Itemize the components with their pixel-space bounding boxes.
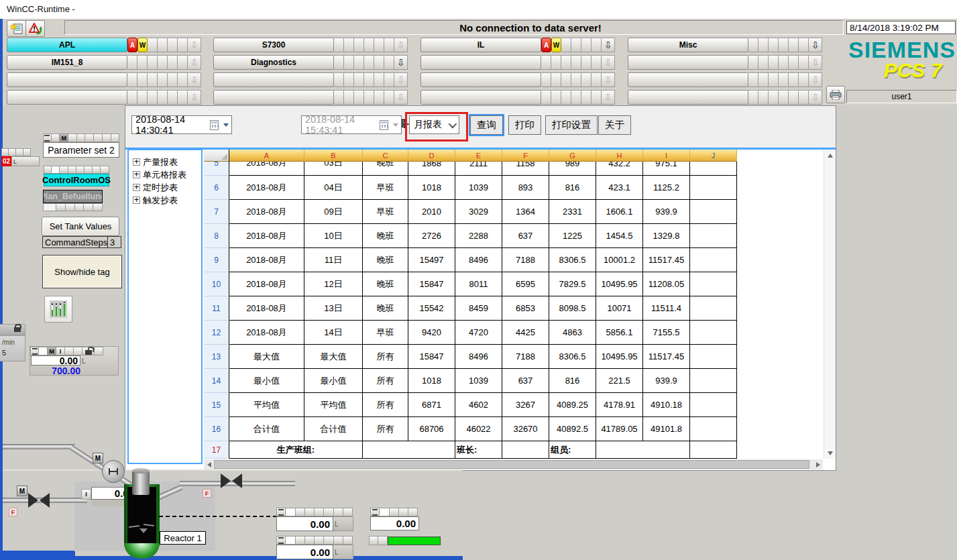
page-down-arrow-icon[interactable]: ⇩ [809, 55, 822, 70]
show-hide-tag-button[interactable]: Show/hide tag [42, 255, 122, 288]
table-cell[interactable]: 1018 [408, 369, 455, 393]
table-footer-cell[interactable]: 班长: [455, 441, 502, 459]
faceplate-cell[interactable] [380, 508, 389, 516]
table-cell[interactable]: 1606.1 [596, 200, 643, 224]
table-cell[interactable]: 3029 [455, 200, 502, 224]
flow-faceplate-partial[interactable]: /min 5 [0, 324, 25, 361]
table-cell[interactable]: 6871 [408, 393, 455, 417]
expand-plus-icon[interactable] [133, 197, 140, 204]
nav-button-empty[interactable] [213, 90, 334, 105]
faceplate-cell[interactable] [315, 536, 324, 545]
plan-befuellung-display[interactable]: Plan_Befuellung [43, 190, 103, 203]
faceplate-cell[interactable] [399, 508, 408, 516]
table-cell[interactable]: 4178.91 [596, 393, 643, 417]
row-number[interactable]: 11 [204, 296, 229, 321]
table-cell[interactable]: 1454.5 [596, 224, 643, 248]
nav-button-misc[interactable]: Misc [628, 38, 748, 52]
table-cell[interactable]: 14日 [304, 321, 363, 345]
table-cell[interactable]: 2010 [408, 200, 455, 224]
faceplate-cell[interactable] [378, 536, 388, 545]
faceplate-cell[interactable] [39, 347, 48, 355]
tag-cell[interactable] [9, 148, 16, 156]
table-cell[interactable]: 2018-08月 [229, 272, 304, 296]
table-footer-cell[interactable] [502, 441, 549, 459]
table-cell[interactable]: 2726 [408, 224, 455, 248]
table-cell[interactable]: 6853 [502, 296, 549, 321]
table-cell[interactable]: 1125.2 [643, 176, 690, 200]
faceplate-cell[interactable] [43, 203, 56, 211]
column-header-e[interactable]: E [455, 150, 502, 162]
page-down-arrow-icon[interactable]: ⇩ [809, 72, 822, 87]
faceplate-cell[interactable] [334, 536, 343, 545]
table-cell[interactable]: 8459 [455, 296, 502, 321]
row-number[interactable]: 13 [204, 345, 229, 369]
table-cell[interactable]: 所有 [363, 369, 408, 393]
table-cell[interactable]: 15542 [408, 296, 455, 321]
print-button[interactable]: 打印 [508, 115, 541, 135]
table-cell[interactable]: 8011 [455, 272, 502, 296]
table-cell[interactable]: 晚班 [363, 224, 408, 248]
table-cell[interactable] [690, 200, 737, 224]
row-number[interactable]: 6 [204, 176, 229, 200]
table-cell[interactable]: 最大值 [304, 345, 363, 369]
horizontal-scrollbar[interactable] [204, 459, 823, 469]
table-footer-cell[interactable] [363, 441, 455, 459]
faceplate-cell[interactable] [286, 508, 295, 516]
table-cell[interactable]: 平均值 [229, 393, 304, 417]
table-cell[interactable]: 晚班 [363, 248, 408, 272]
column-header-i[interactable]: I [643, 150, 690, 162]
faceplate-menu-cell[interactable] [370, 508, 380, 516]
faceplate-cell[interactable] [52, 166, 60, 174]
table-cell[interactable]: 15847 [408, 272, 455, 296]
faceplate-cell[interactable] [76, 166, 85, 174]
table-cell[interactable]: 2111 [455, 162, 502, 176]
table-cell[interactable]: 8496 [455, 345, 502, 369]
faceplate-cell[interactable] [74, 347, 82, 355]
about-button[interactable]: 关于 [598, 115, 631, 135]
page-down-arrow-icon[interactable]: ⇩ [394, 38, 408, 52]
alarm-badge-a[interactable]: A [541, 38, 551, 52]
table-cell[interactable]: 所有 [363, 393, 408, 417]
faceplate-cell[interactable] [84, 203, 93, 211]
faceplate-cell[interactable] [305, 536, 315, 545]
table-cell[interactable]: 816 [549, 369, 596, 393]
table-cell[interactable]: 46022 [455, 417, 502, 441]
faceplate-cell[interactable] [75, 203, 85, 211]
table-cell[interactable]: 2018-08月 [229, 248, 304, 272]
table-cell[interactable]: 2018-08月 [229, 162, 304, 176]
page-down-arrow-icon[interactable]: ⇩ [602, 72, 615, 87]
table-cell[interactable]: 平均值 [304, 393, 363, 417]
faceplate-cell[interactable] [334, 508, 343, 516]
set-tank-values-button[interactable]: Set Tank Values [42, 217, 119, 236]
faceplate-cell[interactable] [95, 347, 103, 355]
query-button[interactable]: 查询 [470, 115, 503, 135]
faceplate-cell[interactable] [324, 508, 333, 516]
nav-button-diagnostics[interactable]: Diagnostics [213, 55, 334, 70]
page-down-arrow-icon[interactable]: ⇩ [394, 90, 408, 105]
table-cell[interactable]: 晚班 [363, 162, 408, 176]
table-cell[interactable]: 3267 [502, 393, 549, 417]
table-cell[interactable]: 最小值 [304, 369, 363, 393]
faceplate-cell[interactable] [68, 133, 77, 142]
table-cell[interactable]: 939.9 [643, 369, 690, 393]
table-cell[interactable] [690, 417, 737, 441]
table-footer-cell[interactable] [596, 441, 690, 459]
scroll-down-arrow[interactable] [824, 447, 836, 459]
frequency-mode-badge[interactable]: I [81, 489, 91, 500]
column-header-c[interactable]: C [363, 150, 408, 162]
table-cell[interactable]: 11208.05 [643, 272, 690, 296]
table-cell[interactable]: 合计值 [304, 417, 363, 441]
end-time-picker[interactable]: 2018-08-14 15:43:41 [301, 115, 402, 134]
table-cell[interactable]: 1364 [502, 200, 549, 224]
faceplate-menu-cell[interactable] [43, 133, 52, 142]
column-header-d[interactable]: D [408, 150, 455, 162]
table-cell[interactable]: 10071 [596, 296, 643, 321]
reactor-vessel[interactable] [124, 484, 160, 559]
table-cell[interactable]: 10001.2 [596, 248, 643, 272]
faceplate-cell[interactable] [296, 508, 305, 516]
table-cell[interactable]: 4089.25 [549, 393, 596, 417]
faceplate-cell[interactable] [77, 133, 86, 142]
faceplate-cell[interactable] [52, 133, 60, 142]
table-cell[interactable]: 2018-08月 [229, 224, 304, 248]
nav-button-empty[interactable] [420, 90, 541, 105]
